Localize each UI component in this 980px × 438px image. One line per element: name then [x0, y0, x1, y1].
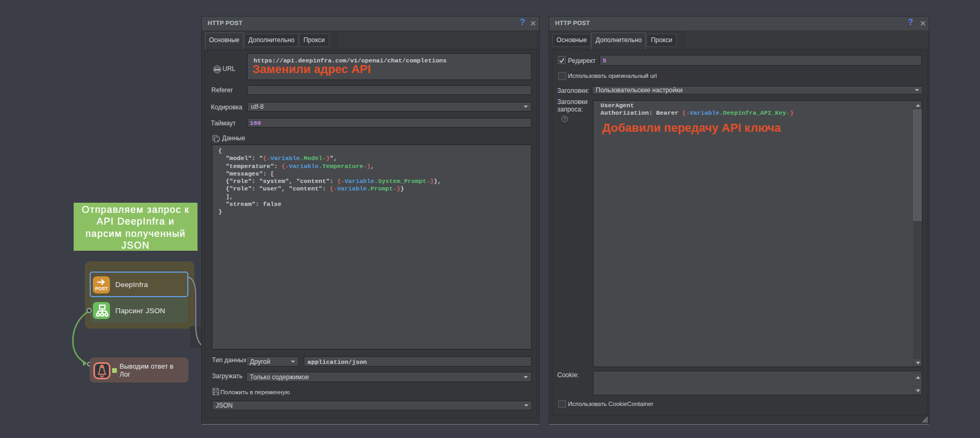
svg-text:POST: POST: [95, 286, 108, 291]
svg-text:www: www: [214, 68, 221, 71]
